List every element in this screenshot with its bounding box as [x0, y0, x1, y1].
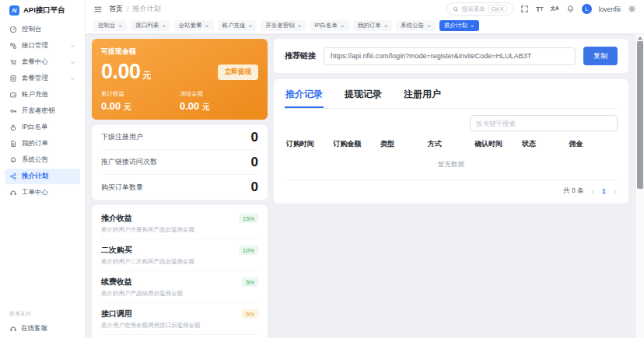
close-icon[interactable]: ×	[298, 23, 302, 29]
sidebar-item-developer-key[interactable]: 开发者密钥	[5, 103, 80, 119]
avatar[interactable]: L	[582, 4, 592, 14]
cumulative-income: 累计收益 0.00 元	[101, 90, 180, 113]
file-icon	[9, 140, 17, 148]
settings-button[interactable]	[628, 5, 636, 13]
sidebar-item-referral-plan[interactable]: 推介计划	[5, 169, 80, 184]
sidebar: N API接口平台 控制台 接口管理 套餐中心 套餐管理 账户充值 开发	[0, 0, 86, 338]
sidebar-item-package-management[interactable]: 套餐管理	[5, 71, 80, 86]
rate-badge: 10%	[239, 246, 258, 255]
scrollbar-thumb[interactable]	[637, 41, 643, 189]
commission-api-call: 接口调用5% 推介用户使用余额调用接口后返佣金额	[101, 303, 258, 335]
rate-badge: 15%	[239, 214, 258, 223]
tab-ip-whitelist[interactable]: IP白名单×	[310, 20, 348, 31]
close-icon[interactable]: ×	[427, 23, 431, 29]
records-tabs: 推介记录 提现记录 注册用户	[285, 86, 618, 109]
breadcrumb-separator: /	[127, 5, 129, 13]
shortcut-badge: Ctrl K	[488, 5, 507, 13]
left-column: 可提现金额 0.00元 立即提现 累计收益 0.00 元 冻结金额 0.00 元…	[92, 39, 268, 338]
sidebar-item-package-center[interactable]: 套餐中心	[5, 54, 80, 70]
commission-renewal-income: 续费收益5% 推介的用户产品续费后返佣金额	[101, 271, 258, 303]
font-size-button[interactable]: TT	[536, 5, 543, 13]
wallet-title: 可提现金额	[101, 47, 258, 57]
lock-icon	[9, 124, 17, 131]
close-icon[interactable]: ×	[471, 23, 474, 29]
rate-badge: 5%	[242, 309, 258, 319]
logo-icon: N	[9, 5, 19, 16]
tab-my-orders[interactable]: 我的订单×	[353, 20, 393, 31]
referral-link-input[interactable]	[324, 47, 576, 65]
api-icon	[9, 42, 17, 50]
close-icon[interactable]: ×	[119, 23, 123, 29]
fullscreen-button[interactable]	[520, 5, 529, 13]
support-section: 联系支持 在线客服	[9, 310, 47, 333]
counter-purchase-orders: 购买订单数量 0	[101, 175, 258, 200]
empty-state: 暂无数据	[285, 154, 618, 180]
keyword-search-input[interactable]	[470, 115, 618, 131]
column-method: 方式	[428, 139, 475, 149]
tab-referral-plan[interactable]: 推介计划×	[439, 20, 479, 31]
bell-icon	[566, 5, 575, 13]
close-icon[interactable]: ×	[384, 23, 388, 29]
scroll-up-arrow[interactable]	[638, 37, 642, 40]
chevron-down-icon	[70, 44, 75, 49]
tab-referral-records[interactable]: 推介记录	[285, 86, 324, 108]
sidebar-item-ip-whitelist[interactable]: IP白名单	[5, 120, 80, 135]
copy-button[interactable]: 复制	[583, 47, 618, 65]
online-support-link[interactable]: 在线客服	[9, 324, 47, 333]
search-icon	[453, 6, 459, 12]
close-icon[interactable]: ×	[341, 23, 345, 29]
close-icon[interactable]: ×	[249, 23, 253, 29]
username[interactable]: lovenfiii	[599, 5, 621, 13]
withdraw-button[interactable]: 立即提现	[218, 64, 258, 80]
chevron-down-icon	[70, 60, 75, 65]
sidebar-item-api-management[interactable]: 接口管理	[5, 38, 80, 54]
sidebar-item-ticket-center[interactable]: 工单中心	[5, 185, 80, 200]
tab-announcements[interactable]: 系统公告×	[396, 20, 436, 31]
tab-withdraw-records[interactable]: 提现记录	[344, 86, 383, 108]
share-icon	[9, 172, 17, 180]
next-page-button[interactable]: ›	[614, 187, 616, 196]
main-content: 可提现金额 0.00元 立即提现 累计收益 0.00 元 冻结金额 0.00 元…	[86, 34, 628, 338]
fullscreen-icon	[520, 5, 529, 13]
commission-referral-income: 推介收益15% 推介的用户注册购买产品后返佣金额	[101, 207, 258, 239]
breadcrumb-home[interactable]: 首页	[109, 4, 123, 14]
commission-second-purchase: 二次购买10% 推介的用户二次购买产品后返佣金额	[101, 239, 258, 271]
column-confirm-time: 确认时间	[474, 139, 522, 149]
language-button[interactable]: 文A	[550, 5, 558, 12]
column-status: 状态	[522, 139, 569, 149]
wallet-icon	[9, 91, 17, 99]
notifications-button[interactable]	[566, 5, 575, 13]
menu-collapse-icon[interactable]	[93, 5, 103, 14]
tab-dashboard[interactable]: 控制台×	[93, 20, 127, 31]
bell-icon	[9, 156, 17, 164]
close-icon[interactable]: ×	[205, 23, 209, 29]
prev-page-button[interactable]: ‹	[592, 187, 594, 196]
tab-recharge[interactable]: 账户充值×	[218, 20, 257, 31]
commission-card: 推介收益15% 推介的用户注册购买产品后返佣金额 二次购买10% 推介的用户二次…	[92, 205, 268, 338]
vertical-scrollbar[interactable]	[635, 34, 644, 338]
menu-search-button[interactable]: 搜索菜单 Ctrl K	[446, 2, 513, 16]
headset-icon	[9, 189, 17, 197]
counter-link-visits: 推广链接访问次数 0	[101, 150, 258, 175]
app-logo[interactable]: N API接口平台	[0, 0, 85, 19]
right-column: 推荐链接 复制 推介记录 提现记录 注册用户 订购时间 订购金额 类型 方式 确…	[274, 39, 628, 338]
sidebar-item-announcements[interactable]: 系统公告	[5, 152, 80, 168]
pagination: 共 0 条 ‹ 1 ›	[285, 180, 618, 199]
close-icon[interactable]: ×	[162, 23, 166, 29]
referral-link-card: 推荐链接 复制	[274, 39, 628, 73]
tab-developer-key[interactable]: 开发者密钥×	[261, 20, 306, 31]
list-icon	[9, 75, 17, 82]
sidebar-item-dashboard[interactable]: 控制台	[5, 22, 80, 37]
counter-registered-users: 下级注册用户 0	[101, 125, 258, 150]
page-number[interactable]: 1	[602, 187, 606, 195]
tab-site-packages[interactable]: 全站套餐×	[174, 20, 214, 31]
tab-registered-users[interactable]: 注册用户	[403, 86, 442, 108]
sidebar-item-recharge[interactable]: 账户充值	[5, 87, 80, 103]
withdrawable-amount: 0.00元	[101, 60, 151, 84]
sidebar-menu: 控制台 接口管理 套餐中心 套餐管理 账户充值 开发者密钥 IP白名单	[0, 19, 85, 204]
menu-search-placeholder: 搜索菜单	[462, 5, 485, 13]
headset-icon	[9, 325, 17, 333]
column-commission: 佣金	[569, 139, 616, 149]
tab-api-list[interactable]: 接口列表×	[131, 20, 170, 31]
sidebar-item-my-orders[interactable]: 我的订单	[5, 136, 80, 152]
